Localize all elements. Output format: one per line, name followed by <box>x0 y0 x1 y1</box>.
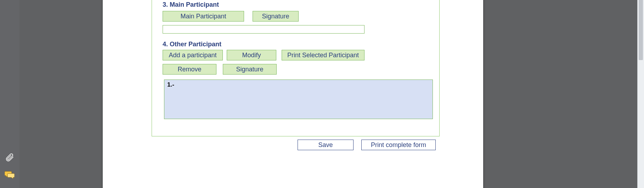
speech-bubbles-icon <box>5 171 15 179</box>
print-complete-form-button[interactable]: Print complete form <box>361 140 436 150</box>
comment-icon[interactable] <box>4 169 16 181</box>
modify-button[interactable]: Modify <box>227 50 276 60</box>
section-3-heading: 3. Main Participant <box>163 1 219 8</box>
vertical-scrollbar[interactable] <box>637 0 644 188</box>
pdf-sidebar <box>0 0 19 188</box>
paperclip-icon <box>5 153 14 162</box>
participants-list[interactable]: 1.- <box>164 80 433 119</box>
form-page: Product Outline 3. Main Participant Main… <box>103 0 483 188</box>
attachment-icon[interactable] <box>4 151 16 163</box>
form-frame: Product Outline 3. Main Participant Main… <box>152 0 440 136</box>
main-participant-button[interactable]: Main Participant <box>163 11 244 22</box>
section-4-heading: 4. Other Participant <box>163 41 221 48</box>
main-participant-field[interactable] <box>163 25 365 34</box>
print-selected-button[interactable]: Print Selected Participant <box>282 50 365 60</box>
save-button[interactable]: Save <box>298 140 354 150</box>
remove-button[interactable]: Remove <box>163 64 216 75</box>
viewport-gutter: Product Outline 3. Main Participant Main… <box>19 0 644 188</box>
other-signature-button[interactable]: Signature <box>223 64 277 75</box>
add-participant-button[interactable]: Add a participant <box>163 50 223 60</box>
form-footer: Save Print complete form <box>298 140 475 150</box>
main-signature-button[interactable]: Signature <box>253 11 299 22</box>
